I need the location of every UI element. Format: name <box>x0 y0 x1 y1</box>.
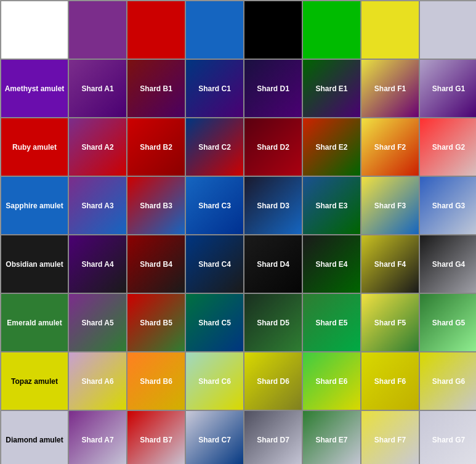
shard-cell-F5[interactable]: Shard F5 <box>361 293 419 352</box>
shard-cell-A5[interactable]: Shard A5 <box>68 293 127 352</box>
shard-cell-D2[interactable]: Shard D2 <box>244 118 302 176</box>
corner-cell <box>1 1 68 59</box>
shard-cell-C4[interactable]: Shard C4 <box>185 235 244 293</box>
row-header-3: Obsidian amulet <box>1 235 68 293</box>
shard-cell-D6[interactable]: Shard D6 <box>244 352 302 410</box>
shard-cell-G3[interactable]: Shard G3 <box>419 176 476 235</box>
shard-cell-D4[interactable]: Shard D4 <box>244 235 302 293</box>
main-grid: Amethyst amuletShard A1Shard B1Shard C1S… <box>0 0 476 464</box>
row-header-4: Emerald amulet <box>1 293 68 352</box>
shard-cell-D7[interactable]: Shard D7 <box>244 410 302 464</box>
shard-cell-A4[interactable]: Shard A4 <box>68 235 127 293</box>
shard-cell-B4[interactable]: Shard B4 <box>127 235 185 293</box>
col-header-topaz <box>361 1 419 59</box>
shard-cell-C6[interactable]: Shard C6 <box>185 352 244 410</box>
shard-cell-C3[interactable]: Shard C3 <box>185 176 244 235</box>
col-header-diamond <box>419 1 476 59</box>
shard-cell-G4[interactable]: Shard G4 <box>419 235 476 293</box>
shard-cell-C1[interactable]: Shard C1 <box>185 59 244 118</box>
shard-cell-A6[interactable]: Shard A6 <box>68 352 127 410</box>
shard-cell-B1[interactable]: Shard B1 <box>127 59 185 118</box>
shard-cell-A1[interactable]: Shard A1 <box>68 59 127 118</box>
shard-cell-E4[interactable]: Shard E4 <box>302 235 361 293</box>
col-header-obsidian <box>244 1 302 59</box>
shard-cell-E1[interactable]: Shard E1 <box>302 59 361 118</box>
shard-cell-F7[interactable]: Shard F7 <box>361 410 419 464</box>
shard-cell-B6[interactable]: Shard B6 <box>127 352 185 410</box>
col-header-amethyst <box>68 1 127 59</box>
shard-cell-E3[interactable]: Shard E3 <box>302 176 361 235</box>
shard-cell-A3[interactable]: Shard A3 <box>68 176 127 235</box>
shard-cell-F2[interactable]: Shard F2 <box>361 118 419 176</box>
shard-cell-B3[interactable]: Shard B3 <box>127 176 185 235</box>
shard-cell-F3[interactable]: Shard F3 <box>361 176 419 235</box>
row-header-2: Sapphire amulet <box>1 176 68 235</box>
row-header-5: Topaz amulet <box>1 352 68 410</box>
shard-cell-C7[interactable]: Shard C7 <box>185 410 244 464</box>
shard-cell-F6[interactable]: Shard F6 <box>361 352 419 410</box>
shard-cell-G1[interactable]: Shard G1 <box>419 59 476 118</box>
shard-cell-E5[interactable]: Shard E5 <box>302 293 361 352</box>
shard-cell-C2[interactable]: Shard C2 <box>185 118 244 176</box>
row-header-1: Ruby amulet <box>1 118 68 176</box>
col-header-sapphire <box>185 1 244 59</box>
shard-cell-B2[interactable]: Shard B2 <box>127 118 185 176</box>
col-header-emerald <box>302 1 361 59</box>
shard-cell-G5[interactable]: Shard G5 <box>419 293 476 352</box>
shard-cell-B7[interactable]: Shard B7 <box>127 410 185 464</box>
row-header-0: Amethyst amulet <box>1 59 68 118</box>
shard-cell-A2[interactable]: Shard A2 <box>68 118 127 176</box>
shard-cell-A7[interactable]: Shard A7 <box>68 410 127 464</box>
shard-cell-E2[interactable]: Shard E2 <box>302 118 361 176</box>
shard-cell-G2[interactable]: Shard G2 <box>419 118 476 176</box>
shard-cell-G6[interactable]: Shard G6 <box>419 352 476 410</box>
shard-cell-D5[interactable]: Shard D5 <box>244 293 302 352</box>
shard-cell-E6[interactable]: Shard E6 <box>302 352 361 410</box>
shard-cell-G7[interactable]: Shard G7 <box>419 410 476 464</box>
shard-cell-E7[interactable]: Shard E7 <box>302 410 361 464</box>
shard-cell-C5[interactable]: Shard C5 <box>185 293 244 352</box>
col-header-ruby <box>127 1 185 59</box>
shard-cell-B5[interactable]: Shard B5 <box>127 293 185 352</box>
row-header-6: Diamond amulet <box>1 410 68 464</box>
shard-cell-D1[interactable]: Shard D1 <box>244 59 302 118</box>
shard-cell-F1[interactable]: Shard F1 <box>361 59 419 118</box>
shard-cell-F4[interactable]: Shard F4 <box>361 235 419 293</box>
shard-cell-D3[interactable]: Shard D3 <box>244 176 302 235</box>
